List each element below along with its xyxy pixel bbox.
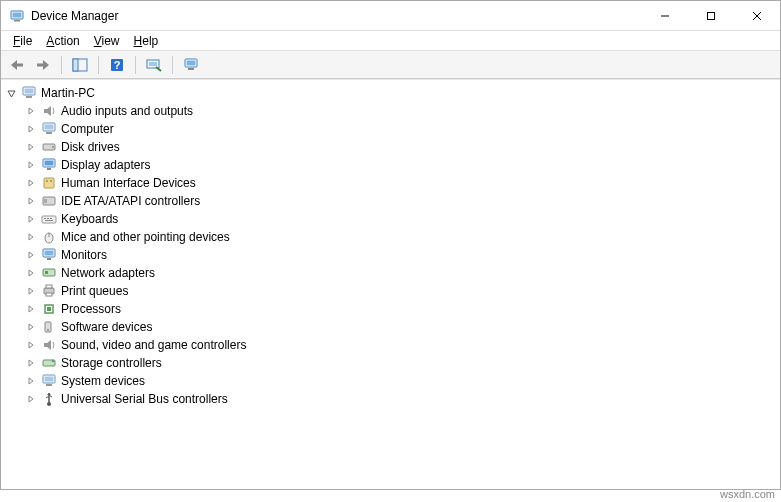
tree-item[interactable]: Display adapters [25, 156, 776, 174]
svg-rect-16 [187, 60, 196, 65]
svg-rect-10 [73, 59, 78, 71]
tree-item[interactable]: Monitors [25, 246, 776, 264]
tree-item[interactable]: Mice and other pointing devices [25, 228, 776, 246]
tree-item[interactable]: Human Interface Devices [25, 174, 776, 192]
expand-icon[interactable] [25, 249, 37, 261]
expand-icon[interactable] [25, 267, 37, 279]
expand-icon[interactable] [25, 339, 37, 351]
close-button[interactable] [734, 1, 780, 30]
tree-item-label: Print queues [61, 284, 128, 298]
svg-text:?: ? [114, 59, 121, 71]
tree-item[interactable]: Storage controllers [25, 354, 776, 372]
sound-icon [41, 337, 57, 353]
svg-rect-43 [47, 258, 51, 260]
svg-rect-23 [46, 132, 52, 134]
tree-root-node[interactable]: Martin-PC [5, 84, 776, 102]
svg-point-25 [52, 146, 54, 148]
menu-action[interactable]: Action [40, 33, 85, 49]
svg-rect-19 [25, 89, 34, 94]
tree-item[interactable]: Audio inputs and outputs [25, 102, 776, 120]
tree-item-label: IDE ATA/ATAPI controllers [61, 194, 200, 208]
tree-item-label: Human Interface Devices [61, 176, 196, 190]
usb-icon [41, 391, 57, 407]
tree-item[interactable]: Sound, video and game controllers [25, 336, 776, 354]
svg-rect-14 [149, 62, 157, 66]
tree-item-label: Audio inputs and outputs [61, 104, 193, 118]
ide-icon [41, 193, 57, 209]
expand-icon[interactable] [25, 123, 37, 135]
svg-rect-56 [46, 384, 52, 386]
menubar: File Action View Help [1, 31, 780, 51]
monitor-button[interactable] [179, 54, 203, 76]
titlebar-title: Device Manager [31, 9, 642, 23]
expand-icon[interactable] [25, 195, 37, 207]
tree-item[interactable]: System devices [25, 372, 776, 390]
svg-rect-35 [44, 218, 46, 219]
svg-rect-29 [44, 178, 54, 188]
watermark: wsxdn.com [720, 488, 775, 500]
tree-item-label: Storage controllers [61, 356, 162, 370]
computer-icon [41, 121, 57, 137]
svg-rect-48 [46, 293, 52, 296]
tree-item[interactable]: Software devices [25, 318, 776, 336]
device-tree[interactable]: Martin-PC Audio inputs and outputsComput… [1, 79, 780, 489]
processor-icon [41, 301, 57, 317]
svg-point-31 [50, 180, 52, 182]
system-icon [41, 373, 57, 389]
scan-hardware-button[interactable] [142, 54, 166, 76]
help-button[interactable]: ? [105, 54, 129, 76]
maximize-button[interactable] [688, 1, 734, 30]
tree-item[interactable]: Network adapters [25, 264, 776, 282]
svg-rect-17 [188, 68, 194, 70]
tree-item-label: Mice and other pointing devices [61, 230, 230, 244]
audio-icon [41, 103, 57, 119]
toolbar: ? [1, 51, 780, 79]
expand-icon[interactable] [25, 159, 37, 171]
svg-rect-4 [708, 12, 715, 19]
collapse-icon[interactable] [5, 87, 17, 99]
svg-point-57 [47, 402, 51, 406]
expand-icon[interactable] [25, 231, 37, 243]
expand-icon[interactable] [25, 393, 37, 405]
tree-item[interactable]: Disk drives [25, 138, 776, 156]
expand-icon[interactable] [25, 213, 37, 225]
tree-item-label: Sound, video and game controllers [61, 338, 246, 352]
svg-rect-37 [50, 218, 52, 219]
tree-item[interactable]: Universal Serial Bus controllers [25, 390, 776, 408]
svg-rect-27 [45, 161, 54, 166]
menu-help[interactable]: Help [128, 33, 165, 49]
tree-item[interactable]: Processors [25, 300, 776, 318]
expand-icon[interactable] [25, 285, 37, 297]
toolbar-separator [172, 56, 173, 74]
menu-file[interactable]: File [7, 33, 38, 49]
tree-item-label: Processors [61, 302, 121, 316]
expand-icon[interactable] [25, 105, 37, 117]
expand-icon[interactable] [25, 321, 37, 333]
tree-root-label: Martin-PC [41, 86, 95, 100]
svg-rect-2 [14, 20, 20, 22]
mouse-icon [41, 229, 57, 245]
svg-rect-42 [45, 251, 54, 256]
tree-item[interactable]: Keyboards [25, 210, 776, 228]
expand-icon[interactable] [25, 177, 37, 189]
svg-rect-8 [37, 63, 44, 66]
tree-item-label: Software devices [61, 320, 152, 334]
tree-item[interactable]: Print queues [25, 282, 776, 300]
tree-item[interactable]: Computer [25, 120, 776, 138]
expand-icon[interactable] [25, 375, 37, 387]
tree-item[interactable]: IDE ATA/ATAPI controllers [25, 192, 776, 210]
show-hide-tree-button[interactable] [68, 54, 92, 76]
back-button[interactable] [5, 54, 29, 76]
svg-rect-20 [26, 96, 32, 98]
expand-icon[interactable] [25, 357, 37, 369]
menu-view[interactable]: View [88, 33, 126, 49]
window-controls [642, 1, 780, 30]
tree-item-label: Monitors [61, 248, 107, 262]
keyboard-icon [41, 211, 57, 227]
svg-rect-47 [46, 285, 52, 288]
svg-rect-28 [47, 168, 51, 170]
expand-icon[interactable] [25, 303, 37, 315]
forward-button[interactable] [31, 54, 55, 76]
expand-icon[interactable] [25, 141, 37, 153]
minimize-button[interactable] [642, 1, 688, 30]
